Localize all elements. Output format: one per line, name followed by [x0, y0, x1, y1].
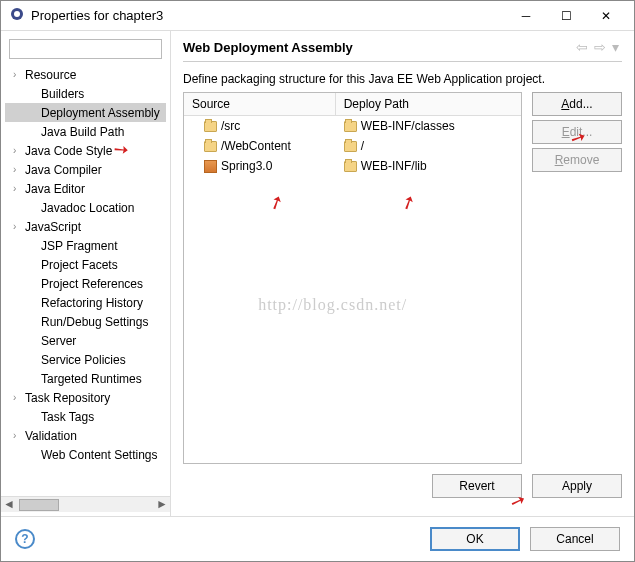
watermark: http://blog.csdn.net/ — [258, 296, 407, 314]
minimize-button[interactable]: ─ — [506, 2, 546, 30]
sidebar-item-targeted-runtimes[interactable]: Targeted Runtimes — [5, 369, 166, 388]
app-icon — [9, 6, 25, 25]
expand-icon: › — [13, 145, 25, 156]
page-description: Define packaging structure for this Java… — [183, 72, 622, 86]
sidebar-item-server[interactable]: Server — [5, 331, 166, 350]
sidebar-item-label: Task Tags — [41, 410, 94, 424]
filter-input[interactable] — [9, 39, 162, 59]
sidebar-item-label: Resource — [25, 68, 76, 82]
sidebar-item-label: Java Build Path — [41, 125, 124, 139]
folder-icon — [204, 121, 217, 132]
ok-button[interactable]: OK — [430, 527, 520, 551]
properties-dialog: Properties for chapter3 ─ ☐ ✕ ›ResourceB… — [0, 0, 635, 562]
sidebar-item-label: Task Repository — [25, 391, 110, 405]
sidebar-item-service-policies[interactable]: Service Policies — [5, 350, 166, 369]
sidebar-item-label: Web Content Settings — [41, 448, 158, 462]
sidebar-item-label: JSP Fragment — [41, 239, 117, 253]
sidebar-item-java-code-style[interactable]: ›Java Code Style — [5, 141, 166, 160]
sidebar-item-label: Validation — [25, 429, 77, 443]
sidebar-item-task-tags[interactable]: Task Tags — [5, 407, 166, 426]
sidebar-item-label: Builders — [41, 87, 84, 101]
main-panel: Web Deployment Assembly ⇦ ⇨ ▾ Define pac… — [171, 31, 634, 516]
sidebar-item-label: Refactoring History — [41, 296, 143, 310]
col-deploy[interactable]: Deploy Path — [336, 93, 521, 115]
sidebar-item-deployment-assembly[interactable]: Deployment Assembly — [5, 103, 166, 122]
deploy-cell: WEB-INF/classes — [361, 119, 455, 133]
sidebar-item-refactoring-history[interactable]: Refactoring History — [5, 293, 166, 312]
table-header: Source Deploy Path — [184, 93, 521, 116]
titlebar: Properties for chapter3 ─ ☐ ✕ — [1, 1, 634, 31]
horizontal-scrollbar[interactable]: ◄ ► — [1, 496, 170, 512]
page-title: Web Deployment Assembly — [183, 40, 573, 55]
add-label: dd... — [569, 97, 592, 111]
expand-icon: › — [13, 164, 25, 175]
library-icon — [204, 160, 217, 173]
source-cell: /WebContent — [221, 139, 291, 153]
back-icon[interactable]: ⇦ — [576, 39, 588, 55]
cancel-button[interactable]: Cancel — [530, 527, 620, 551]
sidebar-item-builders[interactable]: Builders — [5, 84, 166, 103]
close-button[interactable]: ✕ — [586, 2, 626, 30]
sidebar-item-label: Project References — [41, 277, 143, 291]
table-row[interactable]: Spring3.0WEB-INF/lib — [184, 156, 521, 176]
edit-button[interactable]: Edit... — [532, 120, 622, 144]
col-source[interactable]: Source — [184, 93, 336, 115]
deploy-cell: / — [361, 139, 364, 153]
assembly-table[interactable]: Source Deploy Path /srcWEB-INF/classes/W… — [183, 92, 522, 464]
svg-point-1 — [14, 11, 20, 17]
dialog-footer: ? OK Cancel — [1, 516, 634, 561]
category-tree[interactable]: ›ResourceBuildersDeployment AssemblyJava… — [1, 65, 170, 496]
expand-icon: › — [13, 392, 25, 403]
source-cell: /src — [221, 119, 240, 133]
maximize-button[interactable]: ☐ — [546, 2, 586, 30]
sidebar-item-label: Java Code Style — [25, 144, 112, 158]
table-row[interactable]: /WebContent/ — [184, 136, 521, 156]
sidebar-item-java-compiler[interactable]: ›Java Compiler — [5, 160, 166, 179]
sidebar-item-web-content-settings[interactable]: Web Content Settings — [5, 445, 166, 464]
remove-button[interactable]: Remove — [532, 148, 622, 172]
add-button[interactable]: Add... — [532, 92, 622, 116]
help-icon[interactable]: ? — [15, 529, 35, 549]
sidebar-item-label: Deployment Assembly — [41, 106, 160, 120]
sidebar-item-label: Server — [41, 334, 76, 348]
deploy-cell: WEB-INF/lib — [361, 159, 427, 173]
sidebar-item-validation[interactable]: ›Validation — [5, 426, 166, 445]
expand-icon: › — [13, 221, 25, 232]
expand-icon: › — [13, 430, 25, 441]
sidebar-item-java-build-path[interactable]: Java Build Path — [5, 122, 166, 141]
category-sidebar: ›ResourceBuildersDeployment AssemblyJava… — [1, 31, 171, 516]
folder-icon — [204, 141, 217, 152]
sidebar-item-project-references[interactable]: Project References — [5, 274, 166, 293]
folder-icon — [344, 141, 357, 152]
sidebar-item-javadoc-location[interactable]: Javadoc Location — [5, 198, 166, 217]
sidebar-item-label: Java Compiler — [25, 163, 102, 177]
expand-icon: › — [13, 183, 25, 194]
sidebar-item-project-facets[interactable]: Project Facets — [5, 255, 166, 274]
sidebar-item-java-editor[interactable]: ›Java Editor — [5, 179, 166, 198]
sidebar-item-label: Targeted Runtimes — [41, 372, 142, 386]
sidebar-item-task-repository[interactable]: ›Task Repository — [5, 388, 166, 407]
forward-icon[interactable]: ⇨ — [594, 39, 606, 55]
sidebar-item-label: JavaScript — [25, 220, 81, 234]
revert-button[interactable]: Revert — [432, 474, 522, 498]
sidebar-item-resource[interactable]: ›Resource — [5, 65, 166, 84]
sidebar-item-label: Javadoc Location — [41, 201, 134, 215]
sidebar-item-label: Run/Debug Settings — [41, 315, 148, 329]
sidebar-item-label: Java Editor — [25, 182, 85, 196]
folder-icon — [344, 121, 357, 132]
source-cell: Spring3.0 — [221, 159, 272, 173]
sidebar-item-jsp-fragment[interactable]: JSP Fragment — [5, 236, 166, 255]
sidebar-item-run-debug-settings[interactable]: Run/Debug Settings — [5, 312, 166, 331]
sidebar-item-label: Service Policies — [41, 353, 126, 367]
sidebar-item-label: Project Facets — [41, 258, 118, 272]
sidebar-item-javascript[interactable]: ›JavaScript — [5, 217, 166, 236]
window-title: Properties for chapter3 — [31, 8, 506, 23]
apply-button[interactable]: Apply — [532, 474, 622, 498]
table-row[interactable]: /srcWEB-INF/classes — [184, 116, 521, 136]
folder-icon — [344, 161, 357, 172]
table-body: /srcWEB-INF/classes/WebContent/Spring3.0… — [184, 116, 521, 463]
menu-chevron-icon[interactable]: ▾ — [612, 39, 619, 55]
expand-icon: › — [13, 69, 25, 80]
